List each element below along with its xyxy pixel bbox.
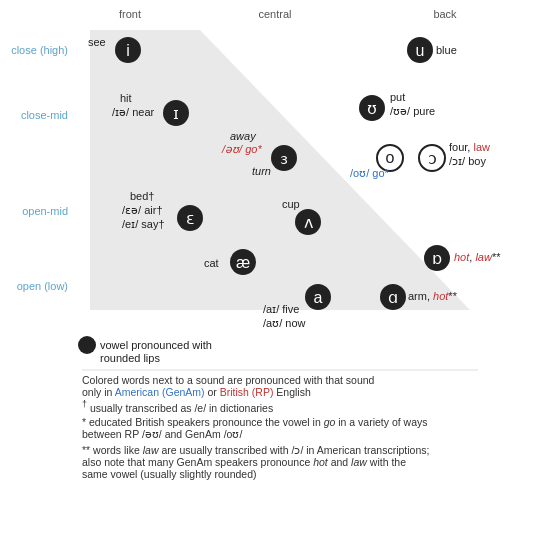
word-go-br: /əʊ/ go* [221, 143, 262, 155]
word-hit: hit [120, 92, 132, 104]
row-label-open-mid: open-mid [22, 205, 68, 217]
word-hot-law: hot, law** [454, 251, 501, 263]
word-blue: blue [436, 44, 457, 56]
legend-label: vowel pronounced with [100, 339, 212, 351]
fn-dstar3: same vowel (usually slightly rounded) [82, 468, 257, 480]
ipa-epsilon-text: ɛ [186, 210, 195, 227]
word-four: four, law [449, 141, 490, 153]
row-label-open: open (low) [17, 280, 68, 292]
fn-color: Colored words next to a sound are pronou… [82, 374, 375, 386]
ipa-I-text: ɪ [173, 105, 179, 122]
ipa-lambda-text: ʌ [304, 214, 313, 231]
ipa-upsilon-text: ʊ [367, 100, 377, 117]
fn-dagger: † usually transcribed as /e/ in dictiona… [82, 399, 273, 414]
word-bed: bed† [130, 190, 154, 202]
col-label-front: front [119, 8, 141, 20]
fn-dstar2: also note that many GenAm speakers prono… [82, 456, 406, 468]
word-five: /aɪ/ five [263, 303, 299, 315]
word-say: /eɪ/ say† [122, 218, 165, 230]
legend-circle-icon [78, 336, 96, 354]
row-label-close-mid: close-mid [21, 109, 68, 121]
fn-star: * educated British speakers pronounce th… [82, 416, 428, 428]
row-label-close: close (high) [11, 44, 68, 56]
col-label-back: back [433, 8, 457, 20]
word-arm: arm, hot** [408, 290, 458, 302]
ipa-a-back-text: ɑ [388, 289, 398, 306]
ipa-open-back-text: ɒ [432, 250, 442, 267]
word-put: put [390, 91, 405, 103]
legend-label2: rounded lips [100, 352, 160, 364]
ipa-u-text: u [416, 42, 425, 59]
word-pure: /ʊə/ pure [390, 105, 435, 117]
ipa-schwar-text: ɜ [280, 150, 288, 167]
ipa-a-text: a [314, 289, 323, 306]
word-away: away [230, 130, 257, 142]
word-boy: /ɔɪ/ boy [449, 155, 486, 167]
fn-color2: only in American (GenAm) or British (RP)… [82, 386, 311, 398]
ipa-open-o-text: ɔ [428, 150, 437, 167]
fn-star2: between RP /əʊ/ and GenAm /oʊ/ [82, 428, 242, 440]
word-near: /ɪə/ near [112, 106, 155, 118]
word-see: see [88, 36, 106, 48]
ipa-i-text: i [126, 42, 130, 59]
fn-dstar: ** words like law are usually transcribe… [82, 444, 429, 456]
word-air: /ɛə/ air† [122, 204, 163, 216]
ipa-o-text: o [386, 149, 395, 166]
word-go-am: /oʊ/ go* [350, 167, 390, 179]
word-cat: cat [204, 257, 219, 269]
ipa-ae-text: æ [236, 254, 250, 271]
word-cup: cup [282, 198, 300, 210]
col-label-central: central [258, 8, 291, 20]
word-turn: turn [252, 165, 271, 177]
word-now: /aʊ/ now [263, 317, 306, 329]
